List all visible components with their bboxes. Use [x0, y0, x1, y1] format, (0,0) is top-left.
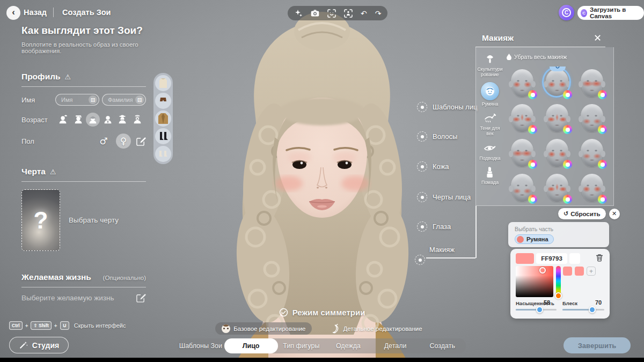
tool-sculpting[interactable]: Скульптури рование	[477, 53, 503, 77]
age-teen-icon[interactable]	[86, 113, 100, 127]
remove-all-makeup-button[interactable]: Убрать весь макияж	[507, 54, 567, 60]
finish-button[interactable]: Завершить	[564, 337, 631, 353]
tab-create[interactable]: Создать	[419, 338, 466, 353]
blush-preset[interactable]	[575, 67, 609, 101]
tool-eyeshadow[interactable]: Тени для век	[477, 112, 503, 136]
saturation-slider-thumb[interactable]	[536, 306, 543, 313]
color-wheel-icon[interactable]	[598, 90, 607, 99]
blush-preset[interactable]	[540, 171, 574, 206]
magic-sparkle-icon[interactable]	[294, 9, 303, 18]
tool-blush[interactable]: Румяна	[477, 82, 503, 107]
last-name-input[interactable]	[103, 97, 133, 103]
studio-button[interactable]: Студия	[9, 337, 69, 353]
saturation-slider[interactable]	[516, 309, 557, 311]
undo-preset-badge[interactable]: ↺	[550, 67, 566, 71]
blush-preset[interactable]	[506, 171, 539, 206]
trait-card[interactable]: ?	[21, 189, 60, 251]
outfit-jacket-thumbnail[interactable]	[155, 110, 171, 127]
saturation-value-area[interactable]	[516, 266, 553, 297]
tab-clothes[interactable]: Одежда	[325, 338, 372, 353]
marker-hair[interactable]: Волосы	[417, 131, 457, 142]
blush-preset[interactable]	[575, 101, 609, 136]
outfit-boots-thumbnail[interactable]	[155, 128, 171, 144]
sv-cursor[interactable]	[539, 267, 546, 274]
canvas-profile-badge[interactable]: C	[559, 5, 574, 20]
color-wheel-icon[interactable]	[563, 160, 572, 169]
marker-facial-features[interactable]: Черты лица	[417, 192, 471, 202]
hex-value-field[interactable]: FF9793	[536, 253, 567, 264]
basic-edit-mode-button[interactable]: Базовое редактирование	[215, 322, 312, 335]
outfit-shoes-thumbnail[interactable]	[155, 146, 171, 162]
gender-custom-edit-icon[interactable]	[136, 136, 146, 146]
blush-preset[interactable]	[540, 136, 574, 171]
random-surname-dice-icon[interactable]: ⚄	[135, 95, 144, 104]
reset-button[interactable]: ↺ Сбросить	[558, 208, 606, 219]
outfit-bottom-thumbnail[interactable]	[155, 93, 171, 109]
color-wheel-icon[interactable]	[598, 125, 607, 134]
tab-face[interactable]: Лицо	[224, 338, 278, 353]
tab-details[interactable]: Детали	[372, 338, 419, 353]
face-scan-icon[interactable]	[327, 9, 336, 18]
back-button[interactable]: ‹	[6, 6, 20, 20]
tool-lipstick[interactable]: Помада	[477, 166, 503, 185]
part-chip-blush[interactable]: Румяна	[515, 234, 554, 244]
tab-zoi-templates[interactable]: Шаблоны Зои	[177, 338, 224, 353]
hue-cursor[interactable]	[555, 292, 562, 299]
marker-makeup[interactable]: Макияж	[415, 252, 455, 265]
color-wheel-icon[interactable]	[563, 90, 572, 99]
age-infant-icon[interactable]	[56, 113, 70, 127]
age-elder-icon[interactable]	[130, 113, 144, 127]
saved-swatch[interactable]	[575, 267, 584, 276]
saved-swatch[interactable]	[563, 267, 572, 276]
add-swatch-button[interactable]: +	[587, 267, 596, 276]
redo-icon[interactable]: ↷	[375, 10, 382, 17]
gloss-slider[interactable]	[562, 309, 604, 311]
life-placeholder[interactable]: Выберите желаемую жизнь	[21, 294, 114, 302]
color-wheel-icon[interactable]	[528, 195, 537, 204]
first-name-field[interactable]: ⚄	[55, 94, 99, 106]
blush-preset[interactable]	[506, 67, 539, 101]
marker-skin[interactable]: Кожа	[417, 161, 449, 172]
blush-preset-selected[interactable]: ↺	[540, 67, 574, 101]
blush-preset[interactable]	[575, 136, 609, 171]
blush-preset[interactable]	[506, 136, 539, 171]
marker-eyes[interactable]: Глаза	[417, 221, 451, 232]
color-wheel-icon[interactable]	[563, 125, 572, 134]
camera-icon[interactable]	[311, 9, 319, 18]
makeup-close-icon[interactable]: ✕	[594, 32, 602, 43]
undo-icon[interactable]: ↶	[361, 10, 367, 17]
blush-preset[interactable]	[540, 101, 574, 136]
current-color-swatch[interactable]	[516, 253, 534, 264]
random-name-dice-icon[interactable]: ⚄	[89, 95, 97, 104]
detailed-edit-mode-button[interactable]: Детальное редактирование	[325, 322, 428, 335]
trait-select-label[interactable]: Выбрать черту	[69, 216, 119, 224]
marker-face-templates[interactable]: Шаблоны лиц	[417, 102, 477, 112]
age-adult-icon[interactable]	[101, 113, 115, 127]
age-child-icon[interactable]	[71, 113, 85, 127]
first-name-input[interactable]	[56, 97, 86, 103]
life-edit-icon[interactable]	[136, 293, 146, 303]
close-color-panel-icon[interactable]: ✕	[609, 209, 620, 219]
color-wheel-icon[interactable]	[598, 160, 607, 169]
secondary-swatch[interactable]	[569, 253, 580, 264]
back-label[interactable]: Назад	[24, 8, 47, 17]
blush-preset[interactable]	[506, 101, 539, 136]
color-wheel-icon[interactable]	[528, 90, 537, 99]
color-wheel-icon[interactable]	[598, 195, 607, 204]
gloss-slider-thumb[interactable]	[589, 306, 596, 313]
color-wheel-icon[interactable]	[528, 160, 537, 169]
age-senior-icon[interactable]	[115, 113, 129, 127]
tab-body-type[interactable]: Тип фигуры	[278, 338, 325, 353]
outfit-top-thumbnail[interactable]	[155, 75, 171, 91]
last-name-field[interactable]: ⚄	[102, 94, 146, 106]
gender-female-icon[interactable]: ♀	[116, 134, 131, 149]
upload-to-canvas-button[interactable]: C Загрузить в Canvas	[577, 6, 644, 20]
gender-male-icon[interactable]: ♂	[96, 134, 111, 149]
color-wheel-icon[interactable]	[563, 195, 572, 204]
body-scan-icon[interactable]	[344, 9, 353, 18]
color-wheel-icon[interactable]	[528, 125, 537, 134]
hue-slider[interactable]	[556, 266, 561, 297]
trash-icon[interactable]	[594, 252, 605, 263]
blush-preset[interactable]	[575, 171, 609, 206]
tool-eyeliner[interactable]: Подводка	[477, 142, 503, 161]
